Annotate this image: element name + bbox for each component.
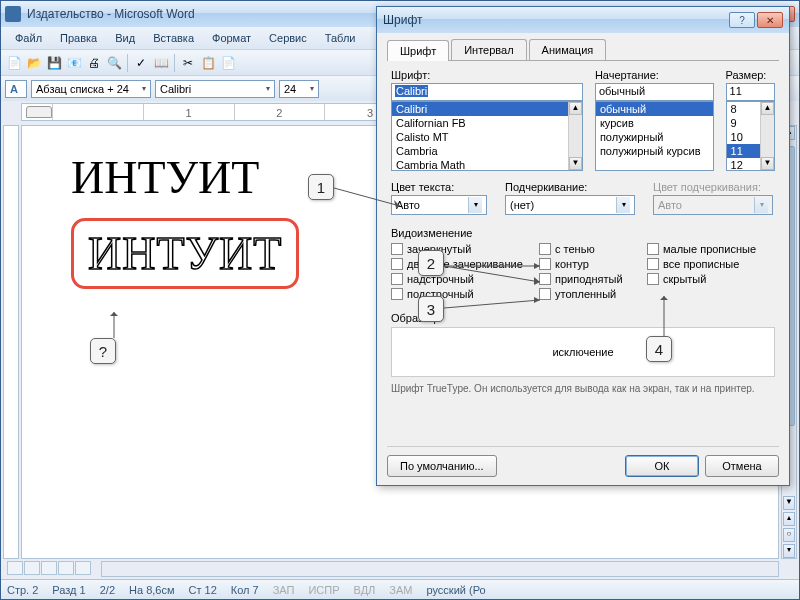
underline-combo[interactable]: (нет)▾ [505,195,635,215]
web-view-icon[interactable] [24,561,40,575]
menu-view[interactable]: Вид [107,30,143,46]
svg-line-2 [334,188,400,206]
dialog-title: Шрифт [383,13,729,27]
chk-engrave[interactable]: утопленный [539,288,639,300]
svg-line-8 [444,300,540,308]
highlighted-text-box: ИНТУИТ [71,218,299,289]
open-icon[interactable]: 📂 [25,54,43,72]
chk-shadow[interactable]: с тенью [539,243,639,255]
ok-button[interactable]: ОК [625,455,699,477]
menu-edit[interactable]: Правка [52,30,105,46]
svg-line-6 [444,266,540,282]
list-item[interactable]: Cambria Math [392,158,582,171]
next-page-icon[interactable]: ▾ [783,544,795,558]
status-at: На 8,6см [129,584,174,596]
chk-strike[interactable]: зачеркнутый [391,243,531,255]
list-item[interactable]: полужирный [596,130,713,144]
font-combo[interactable]: Calibri▾ [155,80,275,98]
prev-page-icon[interactable]: ▴ [783,512,795,526]
list-item[interactable]: Cambria [392,144,582,158]
dialog-close-button[interactable]: ✕ [757,12,783,28]
scroll-down-icon[interactable]: ▼ [783,496,795,510]
tab-animation[interactable]: Анимация [529,39,607,60]
chk-smallcaps[interactable]: малые прописные [647,243,767,255]
status-fix: ИСПР [308,584,339,596]
tab-spacing[interactable]: Интервал [451,39,526,60]
list-item[interactable]: обычный [596,102,713,116]
list-item[interactable]: Calisto MT [392,130,582,144]
size-input[interactable]: 11 [726,83,775,101]
tab-selector[interactable] [26,106,52,118]
color-combo[interactable]: Авто▾ [391,195,487,215]
cancel-button[interactable]: Отмена [705,455,779,477]
label-underline: Подчеркивание: [505,181,635,193]
size-listbox[interactable]: 8 9 10 11 12 ▲▼ [726,101,775,171]
app-icon [5,6,21,22]
chk-allcaps[interactable]: все прописные [647,258,767,270]
callout-question: ? [90,338,116,364]
list-item[interactable]: Calibri [392,102,582,116]
label-ucolor: Цвет подчеркивания: [653,181,773,193]
callout-4: 4 [646,336,672,362]
status-col: Кол 7 [231,584,259,596]
style-input[interactable]: обычный [595,83,714,101]
outline-view-icon[interactable] [58,561,74,575]
spell-icon[interactable]: ✓ [132,54,150,72]
dialog-help-button[interactable]: ? [729,12,755,28]
tab-font[interactable]: Шрифт [387,40,449,61]
vertical-ruler[interactable] [3,125,19,559]
font-listbox[interactable]: Calibri Californian FB Calisto MT Cambri… [391,101,583,171]
callout-3: 3 [418,296,444,322]
list-item[interactable]: курсив [596,116,713,130]
font-input[interactable]: Calibri [391,83,583,101]
copy-icon[interactable]: 📋 [199,54,217,72]
list-item[interactable]: Californian FB [392,116,582,130]
label-size: Размер: [726,69,775,81]
chk-emboss[interactable]: приподнятый [539,273,639,285]
list-item[interactable]: полужирный курсив [596,144,713,158]
ucolor-combo: Авто▾ [653,195,773,215]
status-ext: ВДЛ [354,584,376,596]
preview-box: исключение [391,327,775,377]
menu-table[interactable]: Табли [317,30,364,46]
preview-hint: Шрифт TrueType. Он используется для выво… [391,383,775,394]
save-icon[interactable]: 💾 [45,54,63,72]
chk-outline[interactable]: контур [539,258,639,270]
research-icon[interactable]: 📖 [152,54,170,72]
default-button[interactable]: По умолчанию... [387,455,497,477]
label-style: Начертание: [595,69,714,81]
document-text-outline[interactable]: ИНТУИТ [88,227,282,280]
menu-format[interactable]: Формат [204,30,259,46]
cut-icon[interactable]: ✂ [179,54,197,72]
reading-view-icon[interactable] [75,561,91,575]
view-buttons [7,561,91,577]
svg-marker-7 [534,277,540,285]
document-content: ИНТУИТ ИНТУИТ [71,151,299,289]
dialog-titlebar: Шрифт ? ✕ [377,7,789,33]
style-listbox[interactable]: обычный курсив полужирный полужирный кур… [595,101,714,171]
style-quick-icon[interactable]: A [5,80,27,98]
menu-service[interactable]: Сервис [261,30,315,46]
font-size-combo[interactable]: 24▾ [279,80,319,98]
svg-marker-11 [660,296,668,300]
new-doc-icon[interactable]: 📄 [5,54,23,72]
document-text-normal[interactable]: ИНТУИТ [71,151,299,204]
status-section: Разд 1 [52,584,85,596]
status-lang[interactable]: русский (Ро [426,584,485,596]
menu-insert[interactable]: Вставка [145,30,202,46]
permission-icon[interactable]: 📧 [65,54,83,72]
browse-object-icon[interactable]: ○ [783,528,795,542]
style-combo[interactable]: Абзац списка + 24▾ [31,80,151,98]
print-view-icon[interactable] [41,561,57,575]
preview-icon[interactable]: 🔍 [105,54,123,72]
horizontal-scrollbar[interactable] [101,561,779,577]
label-font: Шрифт: [391,69,583,81]
print-icon[interactable]: 🖨 [85,54,103,72]
font-dialog: Шрифт ? ✕ Шрифт Интервал Анимация Шрифт:… [376,6,790,486]
menu-file[interactable]: Файл [7,30,50,46]
status-ovr: ЗАМ [389,584,412,596]
chk-hidden[interactable]: скрытый [647,273,767,285]
callout-1: 1 [308,174,334,200]
normal-view-icon[interactable] [7,561,23,575]
paste-icon[interactable]: 📄 [219,54,237,72]
